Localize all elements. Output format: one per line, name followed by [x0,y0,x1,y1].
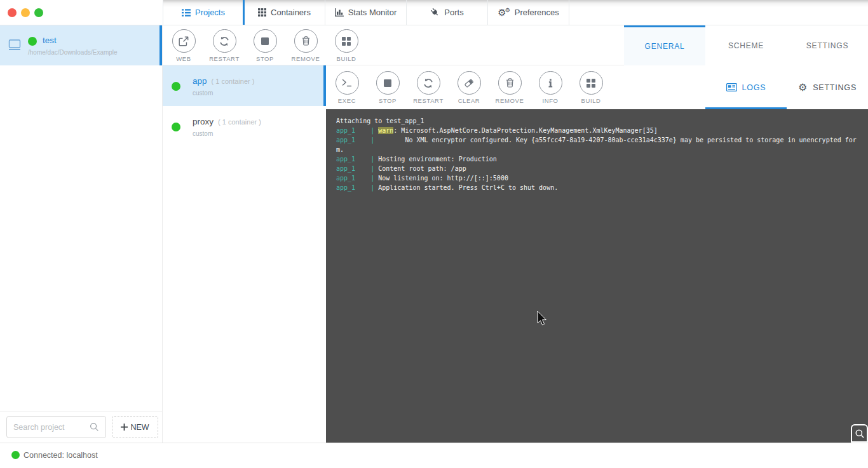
log-line: app_1 | No XML encryptor configured. Key… [336,135,858,145]
trash-icon [506,78,514,88]
traffic-lights [8,8,43,17]
tab-containers[interactable]: Containers [244,0,325,25]
log-output[interactable]: Attaching to test_app_1app_1 | warn: Mic… [326,109,868,443]
minimize-button[interactable] [21,8,30,17]
log-segment: app_1 | [336,184,378,191]
tool-label: REMOVE [292,55,320,62]
ptab-label: SETTINGS [806,41,848,50]
search-icon [90,422,99,432]
clear-button[interactable]: CLEAR [449,67,489,109]
log-line: app_1 | Application started. Press Ctrl+… [336,183,858,192]
tool-label: STOP [256,55,274,62]
tab-ports[interactable]: Ports [407,0,488,25]
project-tab-settings[interactable]: SETTINGS [787,25,868,65]
tab-preferences[interactable]: ⚙⚙Preferences [488,0,569,25]
plus-icon [121,424,128,431]
web-button[interactable]: WEB [163,25,204,65]
log-segment: Application started. Press Ctrl+C to shu… [378,184,558,191]
gears-icon: ⚙⚙ [498,8,510,18]
log-tab-settings[interactable]: ⚙SETTINGS [787,65,868,109]
service-row-app[interactable]: app( 1 container )custom [163,65,326,106]
magnifier-icon [855,429,865,439]
tab-label: Containers [271,8,311,17]
log-segment: Attaching to test_app_1 [336,117,424,124]
tool-label: BUILD [337,55,356,62]
stop-icon [261,37,269,45]
build-button[interactable]: BUILD [326,25,367,65]
tab-label: Stats Monitor [348,8,397,17]
ptab-label: SCHEME [728,41,764,50]
nav-tabs: ProjectsContainersStats MonitorPorts⚙⚙Pr… [163,0,868,25]
service-type: custom [193,130,213,137]
new-project-button[interactable]: NEW [112,416,158,438]
trash-icon [302,36,310,46]
restart-button[interactable]: RESTART [204,25,245,65]
stop-button[interactable]: STOP [245,25,285,65]
service-name: proxy [193,117,214,126]
log-tabs: LOGS⚙SETTINGS [705,65,868,109]
tool-label: BUILD [581,97,601,104]
log-line: m. [336,145,858,154]
status-bar: Connected: localhost [0,443,868,468]
connection-status-dot [11,451,20,459]
tab-label: Preferences [515,8,559,17]
restart-button[interactable]: RESTART [408,67,449,109]
stop-icon [384,79,391,87]
log-segment: m. [336,146,344,153]
log-line: app_1 | Hosting environment: Production [336,154,858,164]
ptab-label: GENERAL [645,42,685,51]
project-path: /home/dac/Downloads/Example [28,49,118,56]
tool-label: RESTART [209,55,240,62]
project-tabs: GENERALSCHEMESETTINGS [624,25,868,65]
log-line: Attaching to test_app_1 [336,116,858,126]
log-tab-logs[interactable]: LOGS [705,65,787,109]
grid4-icon [342,37,351,46]
stop-button[interactable]: STOP [367,67,408,109]
service-count: ( 1 container ) [212,77,255,85]
project-name: test [43,36,57,45]
grid9-icon [258,8,266,17]
project-tab-scheme[interactable]: SCHEME [705,25,787,65]
connection-status-text: Connected: localhost [24,451,98,460]
logs-icon [726,83,737,91]
maximize-button[interactable] [34,8,43,17]
tool-label: CLEAR [458,97,480,104]
log-line: app_1 | warn: Microsoft.AspNetCore.DataP… [336,126,858,135]
log-segment: : Microsoft.AspNetCore.DataProtection.Ke… [393,127,657,134]
tool-label: EXEC [338,97,356,104]
project-tab-general[interactable]: GENERAL [624,25,705,65]
services-panel: app( 1 container )customproxy( 1 contain… [163,65,326,443]
log-segment: app_1 | [336,175,378,182]
project-row-test[interactable]: test /home/dac/Downloads/Example [0,25,162,65]
remove-button[interactable]: REMOVE [285,25,326,65]
tool-label: WEB [176,55,191,62]
build-button[interactable]: BUILD [571,67,611,109]
log-search-button[interactable] [851,424,868,443]
selection-indicator [159,25,162,65]
service-status-dot [172,123,180,131]
ltab-label: SETTINGS [813,83,857,92]
log-segment: app_1 | [336,165,378,172]
close-button[interactable] [8,8,17,17]
ltab-label: LOGS [742,83,766,92]
info-button[interactable]: INFO [530,67,571,109]
service-name: app [193,76,207,86]
plug-icon [430,8,440,17]
log-segment: Content root path: /app [378,165,466,172]
project-status-dot [28,37,37,46]
remove-button[interactable]: REMOVE [489,67,530,109]
terminal-icon [342,79,352,87]
refresh-icon [423,78,433,88]
eraser-icon [464,78,474,88]
service-row-proxy[interactable]: proxy( 1 container )custom [163,106,326,147]
external-link-icon [179,36,189,46]
tab-label: Projects [195,8,225,17]
log-segment: app_1 | [336,156,378,163]
exec-button[interactable]: EXEC [327,67,367,109]
tab-stats-monitor[interactable]: Stats Monitor [325,0,407,25]
info-icon [548,79,553,88]
tab-projects[interactable]: Projects [163,0,244,25]
laptop-icon [8,39,22,51]
log-segment: Now listening on: http://[::]:5000 [378,175,508,182]
gear-icon: ⚙ [798,83,808,93]
